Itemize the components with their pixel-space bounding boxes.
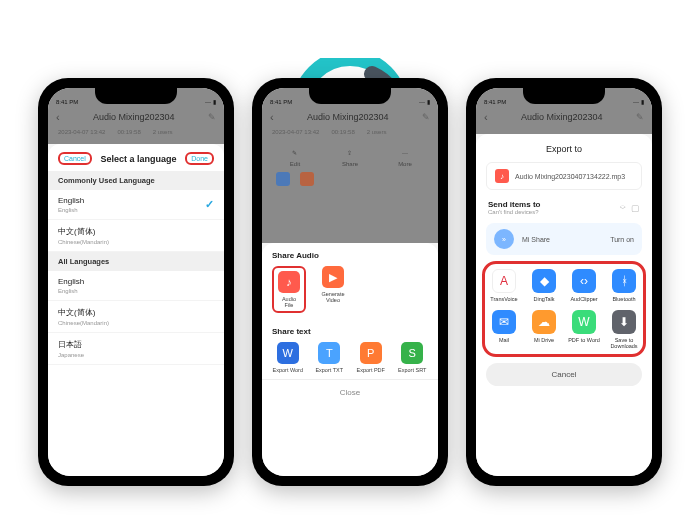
section-all: All Languages (48, 252, 224, 271)
sheet-title: Select a language (101, 154, 177, 164)
highlight-outline (482, 261, 646, 357)
page-title: Audio Mixing202304 (280, 112, 416, 122)
language-sheet: Cancel Select a language Done Commonly U… (48, 144, 224, 476)
export-pdf[interactable]: PExport PDF (355, 342, 387, 373)
back-icon[interactable]: ‹ (270, 111, 274, 123)
export-sheet: Export to ♪ Audio Mixing20230407134222.m… (476, 134, 652, 476)
edit-icon[interactable]: ✎ (422, 112, 430, 122)
language-item[interactable]: 日本語Japanese (48, 333, 224, 365)
edit-icon[interactable]: ✎ (208, 112, 216, 122)
cancel-button[interactable]: Cancel (486, 363, 642, 386)
app-header: ‹ Audio Mixing202304 ✎ (262, 105, 438, 127)
export-txt[interactable]: TExport TXT (314, 342, 346, 373)
app-header: ‹ Audio Mixing202304 ✎ (476, 105, 652, 127)
content-preview (272, 158, 428, 198)
share-text-title: Share text (262, 319, 438, 340)
export-title: Export to (476, 134, 652, 162)
export-word[interactable]: WExport Word (272, 342, 304, 373)
language-item[interactable]: 中文(简体)Chinese(Mandarin) (48, 301, 224, 333)
share-sheet: Share Audio ♪ Audio File ▶ Generate Vide… (262, 243, 438, 476)
page-title: Audio Mixing202304 (66, 112, 202, 122)
section-common: Commonly Used Language (48, 171, 224, 190)
phone-1: 8:41 PM⋯ ▮ ‹ Audio Mixing202304 ✎ 2023-0… (38, 78, 234, 486)
language-item[interactable]: EnglishEnglish ✓ (48, 190, 224, 220)
mishare-turn-on[interactable]: Turn on (610, 236, 634, 243)
share-audio-title: Share Audio (262, 243, 438, 264)
back-icon[interactable]: ‹ (56, 111, 60, 123)
edit-icon[interactable]: ✎ (636, 112, 644, 122)
meta-row: 2023-04-07 13:4200:19:582 users (262, 127, 438, 141)
share-audio-file[interactable]: ♪ Audio File (272, 266, 306, 313)
check-icon: ✓ (205, 198, 214, 211)
mishare-icon: » (494, 229, 514, 249)
done-button[interactable]: Done (185, 152, 214, 165)
notch (309, 86, 391, 104)
file-chip[interactable]: ♪ Audio Mixing20230407134222.mp3 (486, 162, 642, 190)
send-target-icons: ⌔▢ (620, 203, 640, 213)
phone-2: 8:41 PM⋯ ▮ ‹ Audio Mixing202304 ✎ 2023-0… (252, 78, 448, 486)
monitor-icon[interactable]: ▢ (631, 203, 640, 213)
close-button[interactable]: Close (262, 379, 438, 403)
share-generate-video[interactable]: ▶ Generate Video (316, 266, 350, 313)
back-icon[interactable]: ‹ (484, 111, 488, 123)
send-items-title: Send items to (488, 200, 540, 209)
send-items-sub[interactable]: Can't find devices? (488, 209, 540, 215)
notch (523, 86, 605, 104)
phone-3: 8:41 PM⋯ ▮ ‹ Audio Mixing202304 ✎ Export… (466, 78, 662, 486)
export-srt[interactable]: SExport SRT (397, 342, 429, 373)
audio-file-icon: ♪ (495, 169, 509, 183)
meta-row: 2023-04-07 13:4200:19:582 users (48, 127, 224, 141)
language-item[interactable]: EnglishEnglish (48, 271, 224, 301)
mishare-row[interactable]: » Mi Share Turn on (486, 223, 642, 255)
cast-icon[interactable]: ⌔ (620, 203, 625, 213)
app-header: ‹ Audio Mixing202304 ✎ (48, 105, 224, 127)
cancel-button[interactable]: Cancel (58, 152, 92, 165)
page-title: Audio Mixing202304 (494, 112, 630, 122)
notch (95, 86, 177, 104)
language-item[interactable]: 中文(简体)Chinese(Mandarin) (48, 220, 224, 252)
